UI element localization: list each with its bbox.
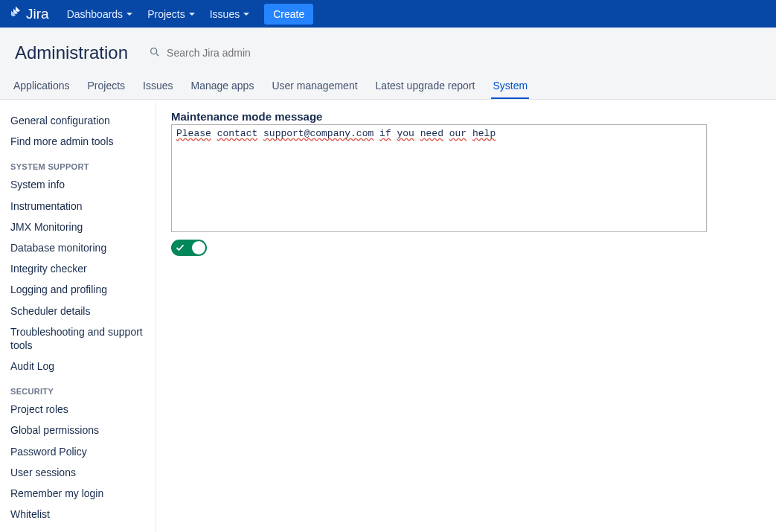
sidebar-item-audit-log[interactable]: Audit Log <box>10 356 150 376</box>
search-icon <box>149 46 161 60</box>
main-content: Maintenance mode message Please contact … <box>156 100 776 532</box>
sidebar-item-system-info[interactable]: System info <box>10 174 150 195</box>
chevron-down-icon <box>243 13 249 16</box>
nav-issues-label: Issues <box>210 8 240 20</box>
nav-issues[interactable]: Issues <box>204 4 255 25</box>
jira-logo-icon <box>9 5 22 22</box>
page-title: Administration <box>15 42 128 63</box>
top-navigation: Jira Dashboards Projects Issues Create <box>0 0 776 28</box>
svg-point-0 <box>151 48 157 54</box>
tab-user-management[interactable]: User management <box>270 72 359 99</box>
sidebar-item-integrity-checker[interactable]: Integrity checker <box>10 258 150 279</box>
admin-header: Administration Applications Projects Iss… <box>0 28 776 100</box>
check-icon <box>176 243 185 252</box>
maintenance-mode-toggle[interactable] <box>171 240 207 256</box>
svg-line-1 <box>156 54 158 56</box>
tab-projects[interactable]: Projects <box>86 72 127 99</box>
jira-logo[interactable]: Jira <box>9 5 49 22</box>
tab-applications[interactable]: Applications <box>12 72 71 99</box>
nav-dashboards-label: Dashboards <box>67 8 124 20</box>
sidebar-item-password-policy[interactable]: Password Policy <box>10 441 150 462</box>
chevron-down-icon <box>126 13 132 16</box>
maintenance-message-textarea[interactable]: Please contact support@company.com if yo… <box>171 124 707 232</box>
admin-sidebar: General configuration Find more admin to… <box>0 100 156 532</box>
sidebar-heading-system-support: SYSTEM SUPPORT <box>10 155 150 174</box>
maintenance-message-label: Maintenance mode message <box>171 110 757 123</box>
sidebar-item-troubleshooting-support[interactable]: Troubleshooting and support tools <box>10 321 150 356</box>
tab-manage-apps[interactable]: Manage apps <box>190 72 256 99</box>
sidebar-item-scheduler-details[interactable]: Scheduler details <box>10 301 150 321</box>
tab-latest-upgrade-report[interactable]: Latest upgrade report <box>374 72 477 99</box>
nav-projects[interactable]: Projects <box>141 4 201 25</box>
admin-search[interactable] <box>149 46 314 60</box>
nav-dashboards[interactable]: Dashboards <box>61 4 139 25</box>
sidebar-item-project-roles[interactable]: Project roles <box>10 399 150 420</box>
nav-projects-label: Projects <box>147 8 185 20</box>
toggle-knob <box>192 241 205 254</box>
create-button[interactable]: Create <box>264 4 313 25</box>
admin-search-input[interactable] <box>165 46 314 60</box>
sidebar-item-jmx-monitoring[interactable]: JMX Monitoring <box>10 217 150 237</box>
sidebar-item-remember-my-login[interactable]: Remember my login <box>10 483 150 504</box>
sidebar-item-user-sessions[interactable]: User sessions <box>10 462 150 483</box>
jira-logo-text: Jira <box>26 6 49 22</box>
sidebar-item-whitelist[interactable]: Whitelist <box>10 504 150 525</box>
chevron-down-icon <box>189 13 195 16</box>
sidebar-item-instrumentation[interactable]: Instrumentation <box>10 196 150 217</box>
tab-system[interactable]: System <box>491 72 529 99</box>
sidebar-heading-security: SECURITY <box>10 379 150 399</box>
sidebar-item-find-more-admin-tools[interactable]: Find more admin tools <box>10 131 150 152</box>
admin-tabs: Applications Projects Issues Manage apps… <box>0 72 776 99</box>
tab-issues[interactable]: Issues <box>141 72 174 99</box>
sidebar-item-database-monitoring[interactable]: Database monitoring <box>10 237 150 258</box>
sidebar-item-general-configuration[interactable]: General configuration <box>10 110 150 131</box>
sidebar-item-logging-profiling[interactable]: Logging and profiling <box>10 279 150 300</box>
sidebar-item-global-permissions[interactable]: Global permissions <box>10 420 150 440</box>
